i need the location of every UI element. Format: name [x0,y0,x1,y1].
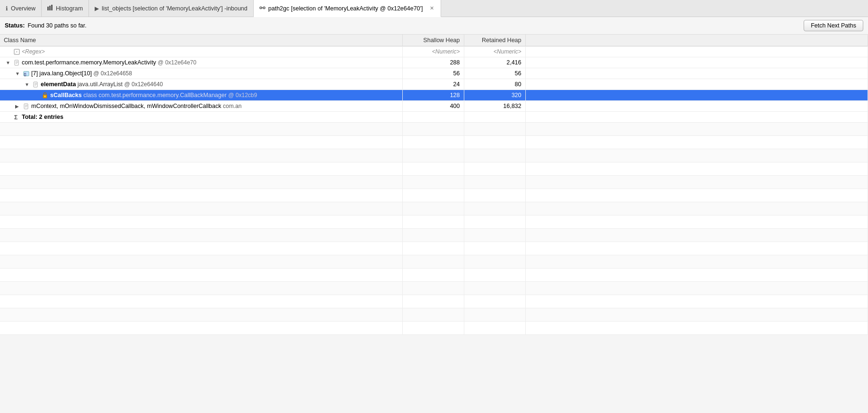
cell-shallow: 24 [402,79,464,90]
document-icon [13,59,20,66]
cell-extra [525,112,868,123]
cell-retained: 16,832 [464,101,525,112]
tab-overview[interactable]: ℹ Overview [0,0,42,17]
svg-text:.*: .* [15,50,17,54]
lock-icon [42,92,48,99]
regex-placeholder: <Regex> [22,48,45,55]
cell-shallow: <Numeric> [402,46,464,57]
tab-histogram[interactable]: Histogram [42,0,89,17]
cell-retained: <Numeric> [464,46,525,57]
regex-icon: .* [13,48,20,55]
total-text: Total: 2 entries [22,114,63,120]
cell-retained [464,112,525,123]
retained-hint: <Numeric> [494,48,522,55]
class-addr: @ 0x12e64640 [124,81,163,88]
column-header-class[interactable]: Class Name [0,35,402,46]
empty-row [0,189,868,202]
class-name: com.test.performance.memory.MemoryLeakAc… [22,59,156,66]
empty-row [0,295,868,308]
table-row[interactable]: ▶ mContext, mOnWindowDismissedCallback, … [0,101,868,112]
empty-row [0,149,868,162]
empty-row [0,255,868,269]
column-header-extra [525,35,868,46]
tab-list-objects[interactable]: ▶ list_objects [selection of 'MemoryLeak… [89,0,254,17]
cell-class-text: com.test.performance.memory.MemoryLeakAc… [22,59,196,66]
table-row: .* <Regex> <Numeric> <Numeric> [0,46,868,57]
tab-path2gc-label: path2gc [selection of 'MemoryLeakActivit… [268,5,423,12]
empty-row [0,282,868,295]
empty-row [0,136,868,149]
cell-retained: 56 [464,68,525,79]
cell-class: Σ Total: 2 entries [0,112,402,123]
cell-retained: 320 [464,90,525,101]
column-header-shallow[interactable]: Shallow Heap [402,35,464,46]
empty-row [0,269,868,282]
empty-row [0,242,868,255]
tab-overview-label: Overview [11,5,35,12]
tab-path2gc[interactable]: path2gc [selection of 'MemoryLeakActivit… [254,0,442,17]
info-icon: ℹ [6,5,8,12]
table-row-selected[interactable]: sCallBacks class com.test.performance.me… [0,90,868,101]
expand-arrow[interactable]: ▼ [25,82,30,87]
svg-rect-1 [49,6,51,10]
svg-rect-14 [34,82,37,87]
svg-rect-0 [47,7,49,10]
status-text: Found 30 paths so far. [27,22,86,29]
sigma-icon: Σ [13,114,20,120]
cell-class-text: elementData java.util.ArrayList @ 0x12e6… [41,81,163,88]
cell-extra [525,46,868,57]
svg-text:Σ: Σ [14,114,18,120]
cell-shallow: 288 [402,57,464,68]
cell-class-text: mContext, mOnWindowDismissedCallback, mW… [31,103,241,109]
column-header-retained[interactable]: Retained Heap [464,35,525,46]
fetch-next-paths-button[interactable]: Fetch Next Paths [804,20,863,31]
table-row[interactable]: ▼ com.test.performance.memory.MemoryLeak… [0,57,868,68]
tab-path2gc-close[interactable]: ✕ [428,5,435,12]
table-row[interactable]: ▼ [] [7] java.lang.Object[10] @ 0x12e646… [0,68,868,79]
cell-extra [525,57,868,68]
svg-point-4 [263,7,265,9]
expand-arrow[interactable]: ▶ [15,104,21,109]
class-prefix: [7] java.lang.Object[10] [31,70,92,77]
shallow-hint: <Numeric> [432,48,460,55]
empty-row [0,229,868,242]
empty-row [0,162,868,176]
class-addr: @ 0x12e64658 [93,70,132,77]
empty-row [0,123,868,136]
cell-shallow: 128 [402,90,464,101]
list-objects-icon: ▶ [95,5,99,12]
empty-row [0,202,868,215]
tab-list-objects-label: list_objects [selection of 'MemoryLeakAc… [102,5,248,12]
expand-arrow[interactable]: ▼ [6,60,11,65]
cell-class: ▶ mContext, mOnWindowDismissedCallback, … [0,101,402,112]
cell-shallow: 56 [402,68,464,79]
cell-extra [525,101,868,112]
document-icon [23,103,29,109]
cell-extra [525,90,868,101]
table-header-row: Class Name Shallow Heap Retained Heap [0,35,868,46]
cell-retained: 80 [464,79,525,90]
paths-table: Class Name Shallow Heap Retained Heap [0,35,868,335]
path2gc-icon [259,5,266,12]
array-icon: [] [23,70,29,77]
tab-histogram-label: Histogram [56,5,83,12]
document-icon [32,81,39,88]
table-row[interactable]: ▼ elementData java.util.ArrayList [0,79,868,90]
svg-point-3 [260,7,262,9]
cell-class: ▼ [] [7] java.lang.Object[10] @ 0x12e646… [0,68,402,79]
tab-bar: ℹ Overview Histogram ▶ list_objects [sel… [0,0,868,17]
cell-class-text: sCallBacks class com.test.performance.me… [50,92,257,99]
svg-point-19 [44,96,45,97]
table-container: Class Name Shallow Heap Retained Heap [0,35,868,335]
cell-class: .* <Regex> [0,46,402,57]
cell-class-text: [7] java.lang.Object[10] @ 0x12e64658 [31,70,132,77]
expand-arrow[interactable]: ▼ [15,71,21,76]
cell-retained: 2,416 [464,57,525,68]
mcontext-text: mContext, mOnWindowDismissedCallback, mW… [31,103,223,109]
empty-row [0,308,868,322]
status-label: Status: [5,22,25,29]
class-name-bold: elementData [41,81,76,88]
svg-rect-8 [15,60,18,65]
cell-extra [525,68,868,79]
empty-row [0,215,868,229]
